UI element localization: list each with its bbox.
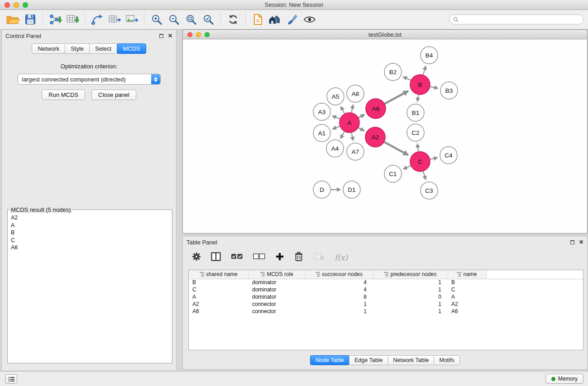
tab-select[interactable]: Select bbox=[89, 43, 117, 54]
table-cell[interactable]: dominator bbox=[249, 293, 305, 300]
table-cell[interactable]: 1 bbox=[305, 300, 373, 308]
node-C2[interactable]: C2 bbox=[407, 124, 424, 141]
table-cell[interactable]: connector bbox=[249, 308, 305, 315]
node-C4[interactable]: C4 bbox=[440, 147, 457, 164]
function-builder-button[interactable]: f(x) bbox=[335, 253, 348, 262]
node-A5[interactable]: A5 bbox=[327, 88, 344, 105]
add-button[interactable] bbox=[275, 252, 284, 263]
select-all-button[interactable] bbox=[231, 253, 243, 262]
node-C1[interactable]: C1 bbox=[384, 165, 402, 182]
zoom-selected-button[interactable] bbox=[200, 12, 217, 27]
column-header[interactable]: predecessor nodes bbox=[373, 270, 448, 279]
table-row[interactable]: Adominator80A bbox=[189, 293, 583, 300]
table-cell[interactable]: A2 bbox=[189, 300, 249, 308]
edge-A-A5[interactable] bbox=[341, 106, 344, 114]
search-field[interactable] bbox=[449, 14, 583, 24]
column-header[interactable]: name bbox=[448, 270, 486, 279]
node-A2[interactable]: A2 bbox=[365, 127, 385, 147]
table-settings-button[interactable] bbox=[192, 252, 201, 263]
edge-A-A7[interactable] bbox=[352, 133, 353, 141]
table-cell[interactable]: 1 bbox=[305, 308, 373, 315]
edge-A-A6[interactable] bbox=[359, 114, 364, 118]
apply-style-button[interactable] bbox=[284, 12, 301, 27]
float-table-panel-icon[interactable] bbox=[570, 240, 574, 244]
table-cell[interactable]: A6 bbox=[448, 308, 486, 315]
edge-A-A8[interactable] bbox=[352, 105, 353, 112]
table-cell[interactable]: 0 bbox=[373, 293, 448, 300]
table-cell[interactable]: 1 bbox=[373, 279, 448, 286]
edge-C-C2[interactable] bbox=[417, 144, 419, 152]
node-C[interactable]: C bbox=[410, 152, 430, 172]
close-panel-icon[interactable]: ✕ bbox=[168, 33, 172, 38]
table-cell[interactable]: C bbox=[189, 286, 249, 293]
node-A1[interactable]: A1 bbox=[313, 124, 330, 142]
table-cell[interactable]: dominator bbox=[249, 279, 305, 286]
task-history-button[interactable] bbox=[5, 374, 17, 384]
open-document-button[interactable] bbox=[249, 12, 267, 27]
table-row[interactable]: A2connector11A2 bbox=[189, 300, 583, 308]
close-panel-button[interactable]: Close panel bbox=[91, 90, 136, 100]
node-A4[interactable]: A4 bbox=[326, 140, 344, 157]
column-header[interactable]: successor nodes bbox=[305, 270, 373, 279]
zoom-in-button[interactable] bbox=[148, 12, 165, 27]
minimize-window-button[interactable] bbox=[14, 2, 19, 8]
open-session-button[interactable] bbox=[5, 12, 22, 27]
export-image-button[interactable] bbox=[123, 12, 140, 27]
node-C3[interactable]: C3 bbox=[421, 182, 438, 199]
table-cell[interactable]: B bbox=[448, 279, 486, 286]
edge-B-B3[interactable] bbox=[430, 87, 438, 88]
table-cell[interactable]: 1 bbox=[373, 308, 448, 315]
node-B1[interactable]: B1 bbox=[407, 104, 424, 121]
refresh-view-button[interactable] bbox=[225, 12, 242, 27]
edge-A6-B[interactable] bbox=[385, 91, 408, 104]
table-row[interactable]: Cdominator41C bbox=[189, 286, 583, 293]
show-columns-button[interactable] bbox=[211, 252, 221, 263]
zoom-fit-button[interactable] bbox=[182, 12, 200, 27]
close-table-panel-icon[interactable]: ✕ bbox=[579, 239, 583, 245]
tab-node-table[interactable]: Node Table bbox=[310, 355, 349, 365]
mcds-result-item[interactable]: C bbox=[8, 237, 172, 244]
delete-button[interactable] bbox=[294, 252, 303, 263]
table-cell[interactable]: B bbox=[189, 279, 249, 286]
table-cell[interactable]: dominator bbox=[249, 286, 305, 293]
node-A8[interactable]: A8 bbox=[347, 85, 364, 102]
table-cell[interactable]: 1 bbox=[373, 300, 448, 308]
edge-A-A1[interactable] bbox=[332, 126, 339, 129]
node-A6[interactable]: A6 bbox=[366, 99, 386, 119]
mcds-result-item[interactable]: B bbox=[8, 229, 172, 237]
node-B4[interactable]: B4 bbox=[421, 47, 438, 64]
tab-edge-table[interactable]: Edge Table bbox=[349, 355, 388, 365]
mcds-result-item[interactable]: A6 bbox=[8, 244, 172, 252]
import-table-button[interactable] bbox=[64, 12, 81, 27]
deselect-all-button[interactable] bbox=[253, 253, 265, 262]
edge-B-B2[interactable] bbox=[403, 77, 411, 81]
table-cell[interactable]: A bbox=[189, 293, 249, 300]
table-cell[interactable]: A6 bbox=[189, 308, 249, 315]
edge-A-A2[interactable] bbox=[359, 128, 364, 131]
optimization-criterion-select[interactable]: largest connected component (directed) bbox=[18, 74, 161, 85]
edge-C-C1[interactable] bbox=[403, 166, 411, 169]
network-canvas[interactable]: B4B2BB3A5A8A6A3B1AA1C2A2A4A7C4CC1DD1C3 bbox=[183, 39, 587, 233]
node-D1[interactable]: D1 bbox=[343, 181, 360, 198]
table-cell[interactable]: connector bbox=[249, 300, 305, 308]
search-input[interactable] bbox=[461, 16, 579, 23]
table-cell[interactable]: 8 bbox=[305, 293, 373, 300]
edge-B-B4[interactable] bbox=[423, 66, 426, 75]
float-panel-icon[interactable] bbox=[159, 34, 163, 38]
node-D[interactable]: D bbox=[313, 181, 330, 198]
tab-network[interactable]: Network bbox=[32, 43, 65, 54]
table-cell[interactable]: A2 bbox=[448, 300, 486, 308]
mcds-result-item[interactable]: A bbox=[8, 222, 172, 229]
run-mcds-button[interactable]: Run MCDS bbox=[42, 90, 85, 100]
save-session-button[interactable] bbox=[22, 12, 39, 27]
tab-style[interactable]: Style bbox=[65, 43, 90, 54]
edge-C-C4[interactable] bbox=[430, 157, 437, 159]
close-window-button[interactable] bbox=[5, 2, 10, 8]
table-cell[interactable]: 4 bbox=[305, 286, 373, 293]
edge-A-A4[interactable] bbox=[340, 132, 344, 138]
node-B3[interactable]: B3 bbox=[440, 82, 458, 99]
show-hide-panel-button[interactable] bbox=[301, 12, 318, 27]
node-A[interactable]: A bbox=[339, 113, 359, 133]
table-row[interactable]: Bdominator41B bbox=[189, 279, 583, 286]
edge-B-B1[interactable] bbox=[417, 95, 418, 102]
